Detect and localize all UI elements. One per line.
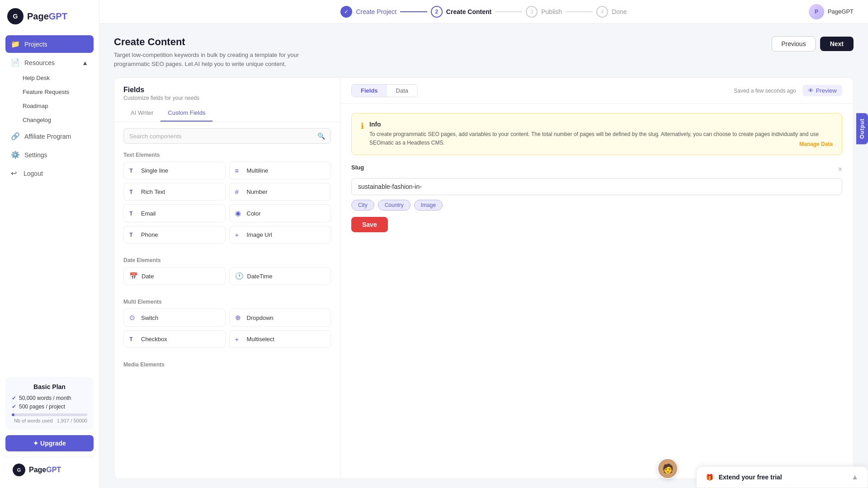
check-icon-2: ✔ (12, 404, 16, 410)
info-box: ℹ Info To create programmatic SEO pages,… (351, 113, 842, 155)
datetime-icon: 🕐 (235, 272, 244, 280)
tab-data-btn[interactable]: Data (387, 84, 417, 97)
manage-data-link[interactable]: Manage Data (799, 141, 833, 147)
step-3-circle: 3 (526, 6, 538, 18)
fields-data-tab-group: Fields Data (351, 84, 418, 97)
search-input[interactable] (129, 133, 314, 140)
chevron-up-icon-trial[interactable]: ▲ (851, 473, 859, 481)
next-button[interactable]: Next (820, 37, 854, 51)
sidebar-nav: 📁 Projects 📄 Resources ▲ Help Desk Featu… (0, 32, 99, 371)
right-panel-top: Fields Data Saved a few seconds ago 👁 Pr… (340, 78, 853, 104)
slug-tag-image[interactable]: Image (414, 200, 443, 211)
tab-fields-btn[interactable]: Fields (352, 84, 387, 97)
element-date[interactable]: 📅 Date (123, 267, 226, 285)
step-4-label: Done (612, 8, 627, 15)
element-phone[interactable]: T Phone (123, 226, 226, 244)
page-title: Create Content (114, 36, 313, 48)
step-2-label: Create Content (446, 8, 491, 15)
plan-title: Basic Plan (12, 383, 87, 390)
projects-icon: 📁 (11, 40, 20, 48)
sidebar-item-label: Changelog (23, 117, 51, 123)
top-right-avatar: P PageGPT (809, 4, 854, 19)
sidebar-item-projects[interactable]: 📁 Projects (5, 35, 94, 53)
element-label: Color (247, 210, 261, 217)
sidebar-item-resources[interactable]: 📄 Resources ▲ (5, 54, 94, 71)
sidebar-item-label: Resources (24, 59, 55, 66)
element-label: DateTime (247, 273, 273, 280)
logo-icon-bottom: G (13, 464, 25, 476)
words-progress-label: Nb of words used 1,917 / 50000 (12, 418, 87, 423)
fields-container: Fields Customize fields for your needs A… (114, 77, 854, 479)
check-icon: ✔ (12, 395, 16, 401)
element-datetime[interactable]: 🕐 DateTime (229, 267, 331, 285)
extend-trial-bar: 🎁 Extend your free trial ▲ (696, 466, 868, 488)
slug-tag-country[interactable]: Country (378, 200, 410, 211)
step-divider-1 (400, 11, 427, 12)
sidebar-item-label: Feature Requests (23, 89, 69, 95)
element-multiselect[interactable]: + Multiselect (229, 330, 331, 348)
preview-button[interactable]: 👁 Preview (802, 85, 842, 96)
sidebar-logo-bottom: G PageGPT (5, 457, 94, 483)
tab-ai-writer[interactable]: AI Writer (123, 106, 160, 122)
upgrade-button[interactable]: ✦ Upgrade (5, 435, 94, 451)
sidebar-item-label: Affiliate Program (24, 133, 71, 140)
sidebar-item-settings[interactable]: ⚙️ Settings (5, 146, 94, 164)
output-panel[interactable]: Output (856, 113, 868, 144)
sidebar-item-feature-requests[interactable]: Feature Requests (18, 85, 94, 99)
save-button[interactable]: Save (351, 217, 388, 232)
preview-label: Preview (816, 87, 837, 94)
sidebar-item-label: Settings (24, 151, 47, 159)
checkbox-icon: T (129, 336, 137, 343)
element-rich-text[interactable]: T Rich Text (123, 183, 226, 201)
logo-text: PageGPT (27, 11, 67, 22)
element-email[interactable]: T Email (123, 204, 226, 222)
element-multiline[interactable]: ≡ Multiline (229, 162, 331, 179)
element-checkbox[interactable]: T Checkbox (123, 330, 226, 348)
sidebar-item-label: Help Desk (23, 75, 50, 81)
previous-button[interactable]: Previous (772, 36, 815, 52)
logout-icon: ↩ (11, 169, 19, 178)
sidebar: G PageGPT 📁 Projects 📄 Resources ▲ Help … (0, 0, 99, 488)
element-number[interactable]: # Number (229, 183, 331, 201)
date-elements-title: Date Elements (123, 257, 331, 263)
info-icon: ℹ (361, 121, 364, 131)
preview-eye-icon: 👁 (808, 87, 814, 94)
stepper: ✓ Create Project 2 Create Content 3 Publ… (114, 6, 854, 18)
sidebar-item-logout[interactable]: ↩ Logout (5, 164, 94, 182)
image-url-icon: + (235, 231, 243, 239)
fields-panel-subtitle: Customize fields for your needs (123, 95, 331, 101)
phone-icon: T (129, 231, 137, 238)
page-title-block: Create Content Target low-competition ke… (114, 36, 313, 68)
settings-icon: ⚙️ (11, 150, 20, 159)
element-label: Phone (141, 231, 158, 238)
tab-custom-fields[interactable]: Custom Fields (160, 106, 212, 122)
sidebar-item-affiliate[interactable]: 🔗 Affiliate Program (5, 127, 94, 145)
element-label: Single line (141, 167, 168, 174)
element-switch[interactable]: ⊙ Switch (123, 309, 226, 327)
text-elements-title: Text Elements (123, 152, 331, 158)
sidebar-item-changelog[interactable]: Changelog (18, 113, 94, 127)
extend-trial-icon: 🎁 (706, 474, 713, 481)
element-dropdown[interactable]: ⊕ Dropdown (229, 309, 331, 327)
words-progress-bg (12, 413, 87, 416)
saved-status: Saved a few seconds ago (734, 88, 796, 94)
page-header-row: Create Content Target low-competition ke… (114, 36, 854, 68)
sidebar-item-help-desk[interactable]: Help Desk (18, 71, 94, 84)
slug-tag-city[interactable]: City (351, 200, 374, 211)
slug-close-button[interactable]: × (838, 165, 842, 174)
media-elements-title: Media Elements (123, 361, 331, 368)
page-content-area: Create Content Target low-competition ke… (99, 23, 868, 488)
step-publish: 3 Publish (526, 6, 562, 18)
slug-input[interactable] (358, 183, 835, 190)
element-color[interactable]: ◉ Color (229, 204, 331, 222)
element-single-line[interactable]: T Single line (123, 162, 226, 179)
element-image-url[interactable]: + Image Url (229, 226, 331, 244)
right-panel-content: ℹ Info To create programmatic SEO pages,… (340, 104, 853, 479)
upgrade-label: ✦ Upgrade (33, 440, 66, 447)
affiliate-icon: 🔗 (11, 132, 20, 141)
sidebar-item-label: Projects (24, 41, 47, 48)
main-content: ✓ Create Project 2 Create Content 3 Publ… (99, 0, 868, 488)
date-elements-section: Date Elements 📅 Date 🕐 DateTime (114, 253, 340, 295)
sidebar-item-roadmap[interactable]: Roadmap (18, 99, 94, 113)
step-divider-2 (495, 11, 522, 12)
